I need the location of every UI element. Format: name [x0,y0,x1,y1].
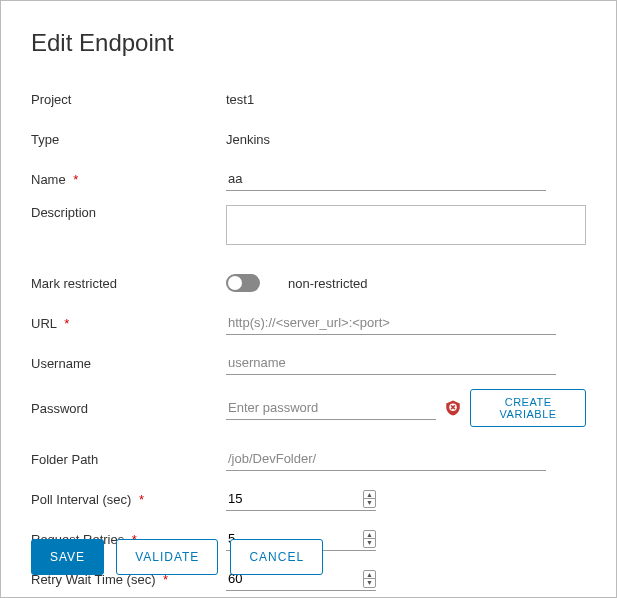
dialog-footer: SAVE VALIDATE CANCEL [31,539,323,575]
restricted-state-label: non-restricted [288,276,367,291]
row-project: Project test1 [31,85,586,113]
edit-endpoint-dialog: Edit Endpoint Project test1 Type Jenkins… [0,0,617,598]
chevron-down-icon[interactable]: ▼ [364,579,375,587]
label-folder-path: Folder Path [31,452,226,467]
label-url-text: URL [31,316,57,331]
password-field[interactable] [226,396,436,420]
create-variable-button[interactable]: CREATE VARIABLE [470,389,586,427]
row-description: Description [31,205,586,245]
value-type: Jenkins [226,132,270,147]
label-description: Description [31,205,226,220]
request-retries-stepper[interactable]: ▲ ▼ [363,530,376,548]
row-type: Type Jenkins [31,125,586,153]
chevron-up-icon[interactable]: ▲ [364,531,375,540]
url-field[interactable] [226,311,556,335]
retry-wait-time-stepper[interactable]: ▲ ▼ [363,570,376,588]
chevron-down-icon[interactable]: ▼ [364,499,375,507]
row-folder-path: Folder Path [31,445,586,473]
save-button[interactable]: SAVE [31,539,104,575]
row-username: Username [31,349,586,377]
required-marker: * [64,316,69,331]
poll-interval-stepper[interactable]: ▲ ▼ [363,490,376,508]
chevron-up-icon[interactable]: ▲ [364,571,375,580]
error-shield-icon [444,399,462,417]
poll-interval-field[interactable] [226,487,363,510]
row-url: URL * [31,309,586,337]
label-name: Name * [31,172,226,187]
label-poll-interval-text: Poll Interval (sec) [31,492,131,507]
dialog-title: Edit Endpoint [31,29,586,57]
label-poll-interval: Poll Interval (sec) * [31,492,226,507]
chevron-up-icon[interactable]: ▲ [364,491,375,500]
toggle-knob [228,276,242,290]
row-name: Name * [31,165,586,193]
row-poll-interval: Poll Interval (sec) * ▲ ▼ [31,485,586,513]
folder-path-field[interactable] [226,447,546,471]
required-marker: * [139,492,144,507]
description-field[interactable] [226,205,586,245]
label-project: Project [31,92,226,107]
restricted-toggle[interactable] [226,274,260,292]
label-username: Username [31,356,226,371]
label-type: Type [31,132,226,147]
label-name-text: Name [31,172,66,187]
name-field[interactable] [226,167,546,191]
chevron-down-icon[interactable]: ▼ [364,539,375,547]
cancel-button[interactable]: CANCEL [230,539,323,575]
label-url: URL * [31,316,226,331]
endpoint-form: Project test1 Type Jenkins Name * Descri… [31,85,586,593]
validate-button[interactable]: VALIDATE [116,539,218,575]
label-mark-restricted: Mark restricted [31,276,226,291]
label-password: Password [31,401,226,416]
required-marker: * [73,172,78,187]
username-field[interactable] [226,351,556,375]
row-mark-restricted: Mark restricted non-restricted [31,269,586,297]
value-project: test1 [226,92,254,107]
row-password: Password CREATE VARIABLE [31,389,586,427]
